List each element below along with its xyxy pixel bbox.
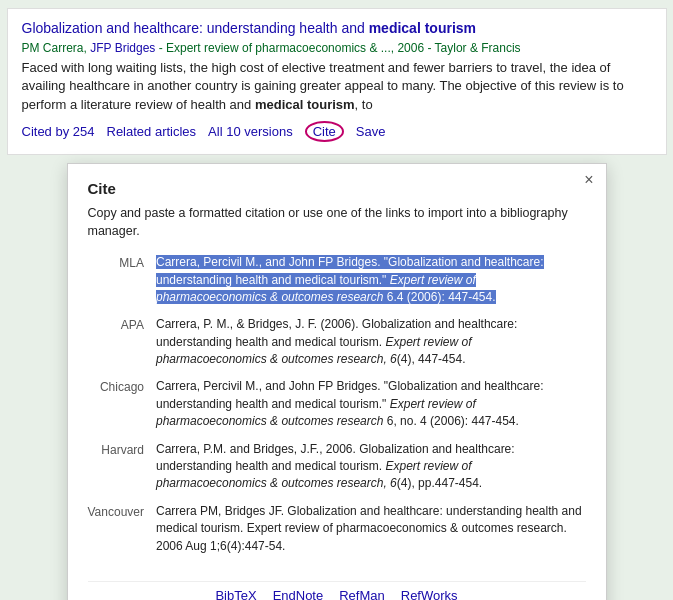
all-versions-link[interactable]: All 10 versions [208, 124, 293, 139]
bibtex-link[interactable]: BibTeX [215, 588, 256, 600]
citation-row-apa: APA Carrera, P. M., & Bridges, J. F. (20… [88, 316, 586, 378]
result-title-link[interactable]: Globalization and healthcare: understand… [22, 19, 652, 39]
result-title-text: Globalization and healthcare: understand… [22, 20, 369, 36]
cite-modal: × Cite Copy and paste a formatted citati… [67, 163, 607, 600]
mla-highlighted-text: Carrera, Percivil M., and John FP Bridge… [156, 255, 544, 304]
citation-row-vancouver: Vancouver Carrera PM, Bridges JF. Global… [88, 503, 586, 565]
citation-table: MLA Carrera, Percivil M., and John FP Br… [88, 254, 586, 565]
citation-label-vancouver: Vancouver [88, 503, 156, 565]
citation-text-harvard: Carrera, P.M. and Bridges, J.F., 2006. G… [156, 441, 586, 503]
snippet-bold: medical tourism [255, 97, 355, 112]
result-meta: PM Carrera, JFP Bridges - Expert review … [22, 41, 652, 55]
citation-row-chicago: Chicago Carrera, Percivil M., and John F… [88, 378, 586, 440]
citation-text-vancouver: Carrera PM, Bridges JF. Globalization an… [156, 503, 586, 565]
citation-text-apa: Carrera, P. M., & Bridges, J. F. (2006).… [156, 316, 586, 378]
citation-row-harvard: Harvard Carrera, P.M. and Bridges, J.F.,… [88, 441, 586, 503]
cited-by-link[interactable]: Cited by 254 [22, 124, 95, 139]
citation-label-apa: APA [88, 316, 156, 378]
modal-description: Copy and paste a formatted citation or u… [88, 205, 586, 240]
modal-backdrop: × Cite Copy and paste a formatted citati… [7, 163, 667, 600]
citation-label-harvard: Harvard [88, 441, 156, 503]
result-links: Cited by 254 Related articles All 10 ver… [22, 121, 652, 142]
refman-link[interactable]: RefMan [339, 588, 385, 600]
citation-label-mla: MLA [88, 254, 156, 316]
save-link[interactable]: Save [356, 124, 386, 139]
result-card: Globalization and healthcare: understand… [7, 8, 667, 155]
modal-title: Cite [88, 180, 586, 197]
citation-label-chicago: Chicago [88, 378, 156, 440]
modal-close-button[interactable]: × [584, 172, 593, 188]
meta-rest: - Expert review of pharmacoeconomics & .… [155, 41, 520, 55]
cite-link[interactable]: Cite [305, 121, 344, 142]
citation-text-mla: Carrera, Percivil M., and John FP Bridge… [156, 254, 586, 316]
modal-footer: BibTeX EndNote RefMan RefWorks [88, 581, 586, 600]
meta-author-link[interactable]: JFP Bridges [90, 41, 155, 55]
refworks-link[interactable]: RefWorks [401, 588, 458, 600]
result-snippet: Faced with long waiting lists, the high … [22, 59, 652, 116]
related-articles-link[interactable]: Related articles [107, 124, 197, 139]
result-title-bold: medical tourism [369, 20, 476, 36]
endnote-link[interactable]: EndNote [273, 588, 324, 600]
citation-text-chicago: Carrera, Percivil M., and John FP Bridge… [156, 378, 586, 440]
meta-author: PM Carrera, [22, 41, 91, 55]
citation-row-mla: MLA Carrera, Percivil M., and John FP Br… [88, 254, 586, 316]
snippet-end: , to [355, 97, 373, 112]
